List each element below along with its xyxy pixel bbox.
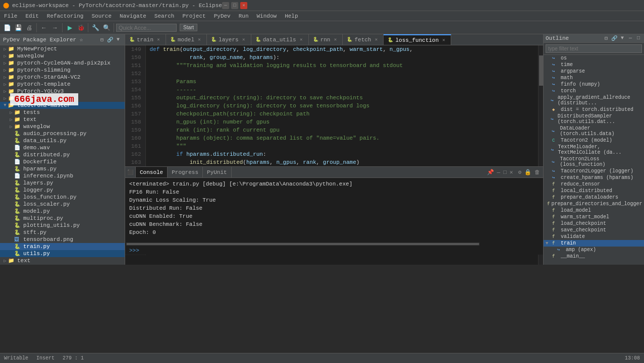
outline-item-local-distributed[interactable]: f local_distributed <box>544 188 644 194</box>
start-button[interactable]: Start <box>180 24 197 31</box>
line-code[interactable]: """Training and validation logging resul… <box>145 62 543 70</box>
console-hscroll-track[interactable] <box>126 243 479 246</box>
tree-item-template[interactable]: ▷ 📁 pytorch-template <box>0 81 125 88</box>
outline-item-warm-start[interactable]: f warm_start_model <box>544 214 644 220</box>
line-code[interactable]: rank, group_name, hparams): <box>145 53 543 62</box>
line-code[interactable]: output_directory (string): directory to … <box>145 94 543 102</box>
menu-search[interactable]: Search <box>152 13 177 19</box>
outline-item-finfo[interactable]: ↪ finfo (numpy) <box>544 81 644 88</box>
outline-item-save-checkpoint[interactable]: f save_checkpoint <box>544 227 644 233</box>
outline-item-dataloader[interactable]: ↪ DataLoader (torch.utils.data) <box>544 125 644 137</box>
outline-item-reduce-tensor[interactable]: f reduce_tensor <box>544 181 644 188</box>
line-code[interactable]: """ <box>145 142 543 150</box>
tab-close-icon[interactable]: ✕ <box>373 37 379 42</box>
minimize-view-icon[interactable]: — <box>496 169 502 175</box>
search-button[interactable]: 🔍 <box>101 23 112 33</box>
line-code[interactable]: hparams (object): comma separated list o… <box>145 134 543 142</box>
refactor-button[interactable]: 🔧 <box>90 23 100 33</box>
tab-fetch[interactable]: 🐍 fetch ✕ <box>343 34 384 45</box>
tab-close-icon[interactable]: ✕ <box>196 37 202 42</box>
line-code[interactable]: init_distributed(hparams, n_gpus, rank, … <box>145 158 543 166</box>
console-input[interactable] <box>141 247 539 254</box>
debug-button[interactable]: 🐞 <box>76 23 86 33</box>
tab-loss-function[interactable]: 🐍 loss_function ✕ <box>384 34 451 45</box>
outline-item-math[interactable]: ↪ math <box>544 75 644 81</box>
line-code[interactable]: n_gpus (int): number of gpus <box>145 118 543 126</box>
tree-item-waveglow-top[interactable]: ▷ 📁 waveglow <box>0 52 125 59</box>
bottom-tab-console[interactable]: Console <box>136 167 168 177</box>
tree-item-stargan-v2[interactable]: ▷ 📁 stargan-v2 <box>0 95 125 102</box>
scrollbar-thumb[interactable] <box>539 55 543 86</box>
tree-item-mynewproject[interactable]: ▷ 📁 MyNewProject <box>0 45 125 52</box>
outline-item-load-model[interactable]: f load_model <box>544 207 644 214</box>
outline-item-textmel[interactable]: ↪ TextMelLoader, TextMelCollate (da... <box>544 144 644 156</box>
outline-item-tacotron2[interactable]: C Tacotron2 (model) <box>544 137 644 144</box>
tree-item-loss-function[interactable]: 🐍 loss_function.py <box>0 194 125 201</box>
tree-item-loss-scaler[interactable]: 🐍 loss_scaler.py <box>0 201 125 208</box>
outline-item-tacotron2-loss[interactable]: ↪ Tacotron2Loss (loss_function) <box>544 156 644 168</box>
pin-icon[interactable]: 📌 <box>486 169 495 175</box>
tree-item-text[interactable]: ▷ 📁 text <box>0 116 125 123</box>
outline-item-prepare-dataloaders[interactable]: f prepare_dataloaders <box>544 194 644 201</box>
outline-item-torch[interactable]: ↪ torch <box>544 88 644 94</box>
tree-item-waveglow-sub[interactable]: ▷ 📁 waveglow <box>0 123 125 130</box>
tree-item-mobilenet[interactable]: 🐍 mobilenetv2.py <box>0 264 125 265</box>
forward-button[interactable]: → <box>50 23 60 33</box>
menu-project[interactable]: Project <box>180 13 207 19</box>
back-button[interactable]: ← <box>39 23 49 33</box>
tree-item-logger[interactable]: 🐍 logger.py <box>0 187 125 194</box>
tree-item-text2[interactable]: ▷ 📁 text <box>0 257 125 264</box>
maximize-button[interactable]: □ <box>231 2 238 9</box>
tree-item-train[interactable]: 🐍 train.py <box>0 243 125 250</box>
outline-item-dist[interactable]: ◆ dist = torch.distributed <box>544 106 644 113</box>
tree-item-cyclegan[interactable]: ▷ 📁 pytorch-CycleGAN-and-pix2pix <box>0 59 125 67</box>
outline-filter-input[interactable] <box>546 44 642 53</box>
tree-item-distributed[interactable]: 🐍 distributed.py <box>0 151 125 158</box>
line-code[interactable]: Params <box>145 78 543 86</box>
settings-icon[interactable]: ⚙ <box>517 169 522 175</box>
tree-item-multiproc[interactable]: 🐍 multiproc.py <box>0 215 125 222</box>
menu-pydev[interactable]: PyDev <box>212 13 233 19</box>
maximize-outline-icon[interactable]: □ <box>635 35 642 41</box>
outline-item-time[interactable]: ↪ time <box>544 62 644 68</box>
view-menu-icon[interactable]: ▼ <box>115 37 122 43</box>
link-with-editor-icon[interactable]: 🔗 <box>611 35 618 41</box>
tree-item-plotting[interactable]: 🐍 plotting_utils.py <box>0 222 125 229</box>
outline-item-tacotron2-logger[interactable]: ↪ Tacotron2Logger (logger) <box>544 168 644 174</box>
outline-item-distributed-sampler[interactable]: ↪ DistributedSampler (torch.utils.dat... <box>544 113 644 125</box>
outline-item-train[interactable]: ▼ f train <box>544 240 644 247</box>
tree-item-inference[interactable]: 📄 inference.ipynb <box>0 172 125 179</box>
outline-item-load-checkpoint[interactable]: f load_checkpoint <box>544 220 644 227</box>
run-button[interactable]: ▶ <box>65 23 75 33</box>
line-code[interactable] <box>145 70 543 78</box>
tree-item-slimming[interactable]: ▷ 📁 pytorch-slimming <box>0 67 125 74</box>
outline-item-argparse[interactable]: ↪ argparse <box>544 68 644 75</box>
tree-item-demo-wav[interactable]: 📄 demo.wav <box>0 144 125 151</box>
outline-menu-icon[interactable]: ▼ <box>619 35 626 41</box>
collapse-all-outline-icon[interactable]: ⊟ <box>603 35 610 41</box>
menu-file[interactable]: File <box>2 13 19 19</box>
outline-item-apply-gradient[interactable]: ↪ apply_gradient_allreduce (distribut... <box>544 94 644 106</box>
menu-help[interactable]: Help <box>283 13 300 19</box>
tree-item-yolo[interactable]: ▷ 📁 PyTorch-YOLOv3 <box>0 88 125 95</box>
maximize-view-icon[interactable]: □ <box>502 169 508 175</box>
line-code[interactable]: log_directory (string): directory to sav… <box>145 102 543 110</box>
scroll-lock-icon[interactable]: 🔒 <box>523 169 532 175</box>
quick-access-input[interactable] <box>116 24 177 32</box>
menu-refactoring[interactable]: Refactoring <box>45 13 86 19</box>
outline-item-prepare-dirs[interactable]: f prepare_directories_and_logger <box>544 201 644 207</box>
tab-data-utils[interactable]: 🐍 data_utils ✕ <box>251 34 309 45</box>
tab-train[interactable]: 🐍 train ✕ <box>125 34 166 45</box>
tree-item-hparams[interactable]: 🐍 hparams.py <box>0 165 125 172</box>
outline-item-create-hparams[interactable]: ↪ create_hparams (hparams) <box>544 174 644 181</box>
new-button[interactable]: 📄 <box>2 23 12 33</box>
save-button[interactable]: 💾 <box>13 23 23 33</box>
tree-item-audio-processing[interactable]: 🐍 audio_processing.py <box>0 130 125 137</box>
line-code[interactable]: rank (int): rank of current gpu <box>145 126 543 134</box>
tree-item-stargan-vc2[interactable]: ▷ 📁 pytorch-StarGAN-VC2 <box>0 74 125 81</box>
tab-rnn[interactable]: 🐍 rnn ✕ <box>309 34 343 45</box>
print-button[interactable]: 🖨 <box>24 23 34 33</box>
tab-close-icon[interactable]: ✕ <box>155 37 162 42</box>
minimize-outline-icon[interactable]: — <box>627 35 634 41</box>
close-view-icon[interactable]: ✕ <box>509 169 514 175</box>
